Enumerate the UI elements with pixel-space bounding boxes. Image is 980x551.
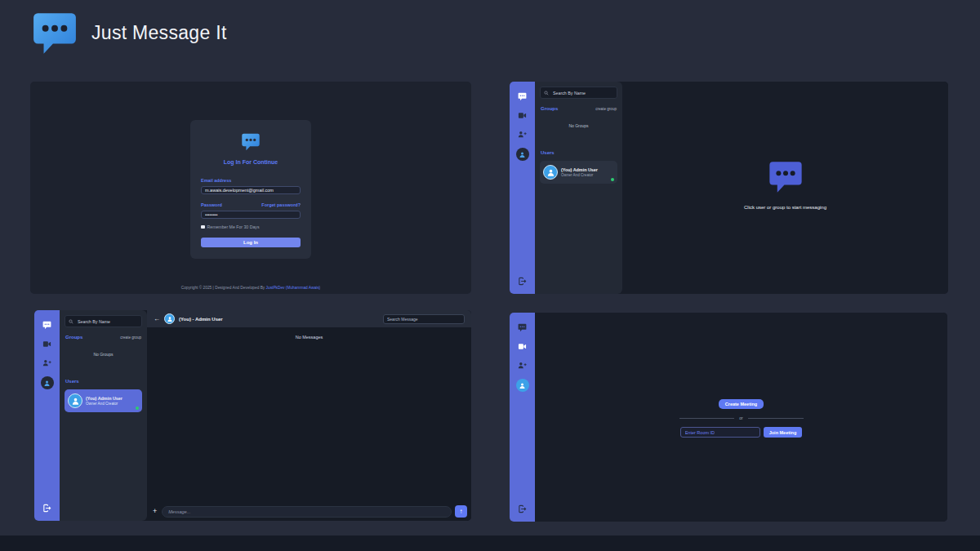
user-list-item-selected[interactable]: (You) Admin User Owner And Creator: [65, 389, 142, 412]
remember-checkbox[interactable]: [201, 225, 205, 229]
chat-header: ← (You) - Admin User: [147, 310, 471, 327]
chat-user-avatar-icon: [164, 313, 175, 324]
chats-nav-icon[interactable]: [518, 322, 528, 332]
speech-bubble-icon: [766, 159, 805, 195]
logout-icon[interactable]: [518, 504, 528, 513]
conversation-list: Groups create group No Groups Users (You…: [60, 310, 147, 521]
profile-avatar-icon[interactable]: [516, 148, 529, 161]
search-box[interactable]: [540, 87, 617, 99]
email-field[interactable]: [201, 186, 301, 194]
conversation-list: Groups create group No Groups Users (You…: [535, 82, 622, 294]
forgot-password-link[interactable]: Forget password?: [261, 202, 301, 207]
login-card: Log In For Continue Email address Passwo…: [190, 120, 311, 259]
no-groups-text: No Groups: [535, 123, 622, 128]
user-avatar-icon: [68, 393, 82, 408]
send-arrow-icon: ↑: [460, 509, 463, 515]
create-group-link[interactable]: create group: [595, 107, 617, 111]
search-input[interactable]: [551, 90, 613, 96]
online-status-dot: [136, 407, 139, 410]
login-button[interactable]: Log In: [201, 238, 301, 247]
no-messages-text: No Messages: [147, 335, 471, 340]
bottom-band: [0, 535, 980, 551]
chats-nav-icon[interactable]: [42, 320, 52, 330]
add-user-nav-icon[interactable]: [42, 358, 52, 367]
empty-state-caption: Click user or group to start messaging: [744, 205, 826, 210]
users-header: Users: [541, 150, 555, 155]
create-meeting-button[interactable]: Create Meeting: [719, 399, 764, 409]
no-groups-text: No Groups: [60, 352, 147, 357]
search-icon: [544, 91, 549, 96]
user-subtitle: Owner And Creator: [86, 402, 122, 406]
video-call-nav-icon[interactable]: [42, 339, 52, 349]
app-logo: [31, 10, 78, 57]
video-call-nav-icon[interactable]: [518, 110, 528, 120]
create-group-link[interactable]: create group: [120, 335, 141, 340]
chat-home-screenshot-panel: Groups create group No Groups Users (You…: [510, 82, 948, 294]
add-user-nav-icon[interactable]: [518, 129, 528, 139]
login-screenshot-panel: Log In For Continue Email address Passwo…: [30, 82, 471, 294]
empty-chat-area: Click user or group to start messaging: [622, 82, 948, 294]
meeting-controls: Create Meeting or Join Meeting: [679, 399, 804, 438]
message-search-input[interactable]: [383, 314, 465, 324]
groups-header: Groups: [65, 335, 82, 340]
attach-plus-icon[interactable]: +: [151, 508, 158, 515]
or-divider: or: [679, 415, 804, 420]
message-input[interactable]: [162, 506, 452, 518]
add-user-nav-icon[interactable]: [518, 360, 528, 370]
send-button[interactable]: ↑: [455, 505, 467, 518]
developer-link[interactable]: JustPkDev (Muhammad Awais): [266, 286, 321, 290]
or-label: or: [739, 415, 742, 420]
login-heading: Log In For Continue: [224, 159, 278, 165]
password-label: Password: [201, 202, 222, 207]
message-composer: + ↑: [151, 505, 467, 518]
search-box[interactable]: [65, 315, 142, 327]
profile-avatar-icon[interactable]: [516, 379, 529, 392]
chat-title: (You) - Admin User: [179, 317, 223, 322]
meeting-screenshot-panel: Create Meeting or Join Meeting: [510, 313, 947, 522]
user-subtitle: Owner And Creator: [561, 173, 598, 177]
speech-bubble-icon: [31, 10, 78, 57]
back-icon[interactable]: ←: [154, 316, 160, 322]
meeting-area: Create Meeting or Join Meeting: [535, 313, 947, 522]
email-label: Email address: [201, 178, 231, 183]
nav-rail: [510, 82, 535, 294]
page-title: Just Message It: [91, 22, 227, 44]
video-call-nav-icon[interactable]: [518, 341, 528, 351]
room-id-input[interactable]: [680, 427, 760, 438]
users-header: Users: [65, 379, 79, 384]
user-name: (You) Admin User: [86, 396, 122, 401]
logout-icon[interactable]: [518, 276, 528, 286]
user-name: (You) Admin User: [561, 167, 598, 172]
chat-area: ← (You) - Admin User No Messages + ↑: [147, 310, 471, 521]
nav-rail: [510, 313, 535, 522]
remember-label: Remember Me For 30 Days: [207, 224, 260, 229]
chats-nav-icon[interactable]: [518, 91, 528, 101]
search-input[interactable]: [76, 318, 138, 325]
join-meeting-button[interactable]: Join Meeting: [764, 427, 803, 438]
online-status-dot: [611, 178, 614, 181]
logout-icon[interactable]: [42, 503, 52, 513]
nav-rail: [34, 310, 60, 521]
speech-bubble-icon: [241, 132, 261, 152]
divider-line: [679, 418, 735, 419]
search-icon: [69, 319, 74, 324]
groups-header: Groups: [541, 106, 558, 111]
divider-line: [748, 418, 804, 419]
user-list-item[interactable]: (You) Admin User Owner And Creator: [540, 161, 617, 184]
password-field[interactable]: [201, 211, 301, 219]
open-chat-screenshot-panel: Groups create group No Groups Users (You…: [34, 310, 471, 521]
user-avatar-icon: [543, 165, 558, 180]
profile-avatar-icon[interactable]: [41, 376, 54, 389]
copyright-text: Copyright © 2025 | Designed And Develope…: [181, 286, 266, 290]
copyright-footer: Copyright © 2025 | Designed And Develope…: [30, 286, 471, 290]
